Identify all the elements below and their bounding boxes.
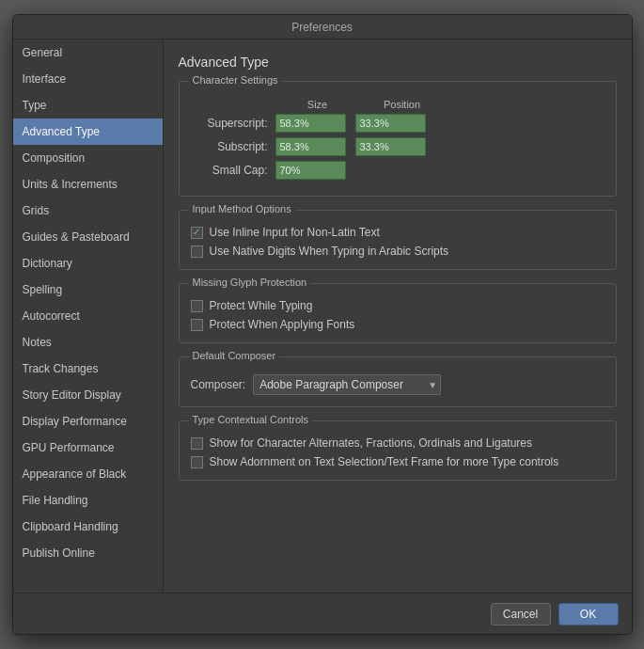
composer-dropdown-wrapper: Adobe Paragraph Composer Adobe Single-li… — [253, 374, 441, 395]
sidebar-item-clipboard-handling[interactable]: Clipboard Handling — [13, 514, 163, 540]
missing-glyph-section: Missing Glyph Protection Protect While T… — [179, 283, 617, 343]
composer-label: Composer: — [191, 378, 246, 391]
panel-title: Advanced Type — [179, 55, 617, 70]
default-composer-label: Default Composer — [189, 350, 280, 361]
native-digits-checkbox[interactable] — [191, 245, 203, 258]
show-char-alt-label: Show for Character Alternates, Fractions… — [210, 436, 533, 450]
sidebar-item-type[interactable]: Type — [13, 92, 163, 119]
native-digits-row: Use Native Digits When Typing in Arabic … — [191, 245, 605, 258]
type-contextual-section: Type Contextual Controls Show for Charac… — [179, 420, 617, 481]
sidebar-item-advanced-type[interactable]: Advanced Type — [13, 119, 163, 145]
show-adornment-row: Show Adornment on Text Selection/Text Fr… — [191, 455, 605, 468]
protect-typing-checkbox[interactable] — [191, 300, 203, 312]
sidebar-item-spelling[interactable]: Spelling — [13, 277, 163, 303]
main-panel: Advanced Type Character Settings Size Po… — [164, 40, 632, 593]
composer-dropdown[interactable]: Adobe Paragraph Composer Adobe Single-li… — [253, 374, 441, 395]
superscript-size-input[interactable] — [275, 114, 346, 133]
sidebar-item-appearance-of-black[interactable]: Appearance of Black — [13, 461, 163, 487]
input-method-label: Input Method Options — [189, 203, 295, 214]
show-adornment-label: Show Adornment on Text Selection/Text Fr… — [210, 455, 559, 468]
sidebar-item-autocorrect[interactable]: Autocorrect — [13, 303, 163, 329]
show-char-alt-checkbox[interactable] — [191, 437, 203, 450]
native-digits-label: Use Native Digits When Typing in Arabic … — [210, 245, 449, 258]
subscript-row: Subscript: — [191, 137, 605, 156]
character-settings-table: Size Position Superscript: Subscript: — [191, 99, 605, 180]
subscript-position-input[interactable] — [355, 137, 426, 156]
sidebar-item-display-performance[interactable]: Display Performance — [13, 408, 163, 435]
col-size-header: Size — [275, 99, 360, 110]
protect-fonts-row: Protect When Applying Fonts — [191, 318, 605, 331]
sidebar-item-gpu-performance[interactable]: GPU Performance — [13, 435, 163, 461]
sidebar-item-notes[interactable]: Notes — [13, 329, 163, 356]
title-bar: Preferences — [13, 15, 632, 40]
sidebar-item-publish-online[interactable]: Publish Online — [13, 540, 163, 566]
composer-row: Composer: Adobe Paragraph Composer Adobe… — [191, 374, 605, 395]
char-table-header: Size Position — [275, 99, 605, 110]
preferences-dialog: Preferences GeneralInterfaceTypeAdvanced… — [12, 14, 633, 635]
sidebar: GeneralInterfaceTypeAdvanced TypeComposi… — [13, 40, 164, 593]
small-cap-label: Small Cap: — [191, 164, 275, 177]
sidebar-item-dictionary[interactable]: Dictionary — [13, 250, 163, 277]
protect-fonts-checkbox[interactable] — [191, 319, 203, 331]
sidebar-item-interface[interactable]: Interface — [13, 66, 163, 92]
content-area: GeneralInterfaceTypeAdvanced TypeComposi… — [13, 40, 632, 593]
protect-typing-label: Protect While Typing — [210, 299, 313, 312]
sidebar-item-story-editor-display[interactable]: Story Editor Display — [13, 382, 163, 408]
input-method-section: Input Method Options Use Inline Input fo… — [179, 210, 617, 270]
sidebar-item-track-changes[interactable]: Track Changes — [13, 356, 163, 382]
ok-button[interactable]: OK — [558, 603, 619, 625]
small-cap-row: Small Cap: — [191, 161, 605, 180]
protect-fonts-label: Protect When Applying Fonts — [210, 318, 355, 331]
inline-input-checkbox[interactable] — [191, 227, 203, 239]
sidebar-item-guides-pasteboard[interactable]: Guides & Pasteboard — [13, 224, 163, 250]
superscript-label: Superscript: — [191, 117, 275, 130]
cancel-button[interactable]: Cancel — [491, 603, 551, 625]
default-composer-section: Default Composer Composer: Adobe Paragra… — [179, 356, 617, 407]
inline-input-label: Use Inline Input for Non-Latin Text — [210, 226, 380, 239]
show-adornment-checkbox[interactable] — [191, 456, 203, 468]
sidebar-item-composition[interactable]: Composition — [13, 145, 163, 171]
footer: Cancel OK — [13, 593, 632, 634]
type-contextual-label: Type Contextual Controls — [189, 414, 313, 425]
sidebar-item-grids[interactable]: Grids — [13, 198, 163, 224]
inline-input-row: Use Inline Input for Non-Latin Text — [191, 226, 605, 239]
sidebar-item-general[interactable]: General — [13, 40, 163, 66]
dialog-title: Preferences — [291, 21, 353, 34]
sidebar-item-units-increments[interactable]: Units & Increments — [13, 171, 163, 198]
sidebar-item-file-handling[interactable]: File Handling — [13, 487, 163, 514]
subscript-label: Subscript: — [191, 140, 275, 153]
show-char-alt-row: Show for Character Alternates, Fractions… — [191, 436, 605, 450]
superscript-position-input[interactable] — [355, 114, 426, 133]
small-cap-size-input[interactable] — [275, 161, 346, 180]
superscript-row: Superscript: — [191, 114, 605, 133]
character-settings-section: Character Settings Size Position Supersc… — [179, 81, 617, 197]
protect-typing-row: Protect While Typing — [191, 299, 605, 312]
missing-glyph-label: Missing Glyph Protection — [189, 277, 311, 288]
subscript-size-input[interactable] — [275, 137, 346, 156]
character-settings-label: Character Settings — [189, 74, 282, 86]
col-position-header: Position — [360, 99, 445, 110]
